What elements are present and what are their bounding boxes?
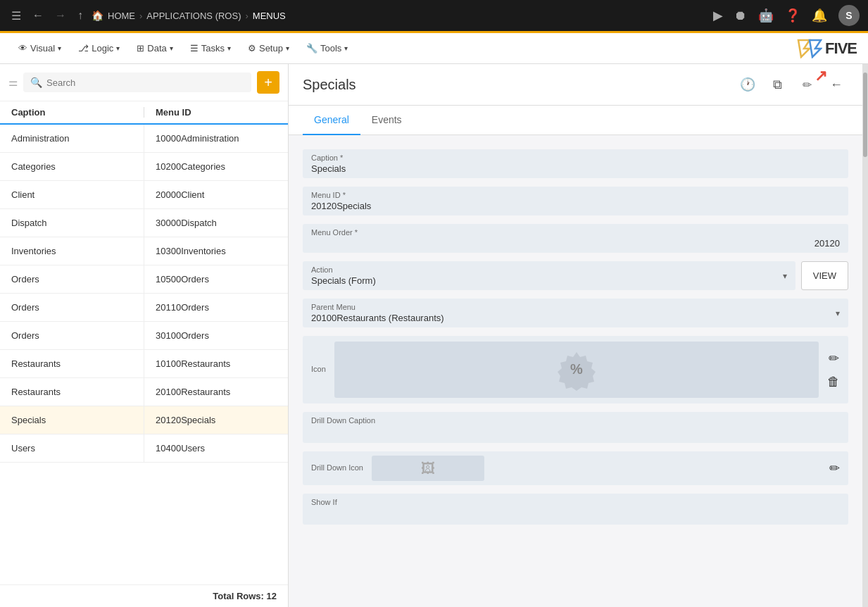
row-caption: Users [0,434,144,462]
back-button[interactable]: ← [824,73,848,96]
edit-button[interactable]: ✏ [795,73,819,96]
row-caption: Specials [0,406,144,434]
row-menuid: 10400Users [144,434,288,462]
bell-icon[interactable]: 🔔 [812,8,827,23]
search-input[interactable] [46,77,244,88]
caption-label: Caption * [311,154,840,162]
nav-tasks[interactable]: ☰ Tasks ▾ [183,39,238,58]
svg-marker-1 [810,40,821,57]
row-menuid: 20000Client [144,181,288,208]
icon-edit-button[interactable]: ✏ [827,351,840,366]
tasks-chevron: ▾ [227,44,231,52]
parent-menu-value: 20100Restaurants (Restaurants) [311,313,830,323]
show-if-label: Show If [311,498,840,506]
row-menuid: 30100Orders [144,322,288,349]
parent-menu-field[interactable]: Parent Menu 20100Restaurants (Restaurant… [303,299,848,327]
row-menuid: 30000Dispatch [144,209,288,237]
bot-icon[interactable]: 🤖 [758,8,774,23]
icon-delete-button[interactable]: 🗑 [827,375,840,389]
table-header: Caption Menu ID [0,101,288,125]
copy-button[interactable]: ⧉ [765,73,789,96]
nav-tasks-label: Tasks [201,43,225,54]
nav-setup-label: Setup [259,43,283,54]
pencil-icon: ✏ [803,78,812,92]
history-button[interactable]: 🕐 [736,73,760,96]
back-icon[interactable]: ← [30,6,46,25]
table-row[interactable]: Orders 10500Orders [0,265,288,294]
add-button[interactable]: + [257,71,279,94]
forward-icon[interactable]: → [52,6,69,25]
nav-data[interactable]: ⊞ Data ▾ [130,39,180,58]
show-if-field: Show If [303,494,848,525]
table-row[interactable]: Client 20000Client [0,181,288,209]
nav-visual[interactable]: 👁 Visual ▾ [11,39,68,58]
top-nav-right: ▶ ⏺ 🤖 ❓ 🔔 S [713,5,860,26]
record-icon[interactable]: ⏺ [734,8,747,23]
table-row[interactable]: Administration 10000Administration [0,125,288,153]
menu-order-label: Menu Order * [311,228,840,237]
nav-logic[interactable]: ⎇ Logic ▾ [71,39,127,58]
hamburger-icon[interactable]: ☰ [8,6,24,25]
user-avatar[interactable]: S [838,5,860,26]
action-field[interactable]: Action Specials (Form) ▾ [303,261,795,290]
caption-value[interactable]: Specials [311,163,840,174]
tasks-icon: ☰ [190,43,199,54]
row-menuid: 10100Restaurants [144,350,288,377]
content-area: Specials 🕐 ⧉ ✏ ↗ ← [289,64,862,607]
scrollbar-thumb[interactable] [863,73,867,157]
icon-section: Icon % ✏ 🗑 [303,336,848,403]
form-area: Caption * Specials Menu ID * 20120Specia… [289,135,862,607]
tab-general[interactable]: General [303,106,360,135]
search-input-wrap[interactable]: 🔍 [23,73,251,92]
action-dropdown-arrow: ▾ [783,271,787,281]
breadcrumb-home[interactable]: HOME [108,11,135,21]
row-caption: Orders [0,265,144,293]
tools-chevron: ▾ [344,44,348,52]
row-caption: Orders [0,294,144,321]
row-menuid: 10000Administration [144,125,288,152]
drill-down-icon-edit-button[interactable]: ✏ [829,461,840,476]
caption-field: Caption * Specials [303,149,848,178]
table-body: Administration 10000Administration Categ… [0,125,288,584]
table-row[interactable]: Inventories 10300Inventories [0,237,288,265]
show-if-value[interactable] [311,508,840,520]
drill-down-icon-label: Drill Down Icon [311,463,363,472]
row-caption: Inventories [0,237,144,265]
table-row[interactable]: Restaurants 10100Restaurants [0,350,288,378]
breadcrumb-applications[interactable]: APPLICATIONS (ROS) [146,11,241,21]
top-nav: ☰ ← → ↑ 🏠 HOME › APPLICATIONS (ROS) › ME… [0,0,868,31]
breadcrumb-menus[interactable]: MENUS [253,11,286,21]
table-row[interactable]: Users 10400Users [0,434,288,463]
menu-id-value[interactable]: 20120Specials [311,201,840,211]
table-row[interactable]: Categories 10200Categories [0,153,288,181]
arrow-left-icon: ← [830,77,843,92]
drill-down-icon-preview: 🖼 [372,456,484,481]
menu-id-label: Menu ID * [311,191,840,199]
table-row[interactable]: Dispatch 30000Dispatch [0,209,288,237]
drill-down-caption-value[interactable] [311,426,840,439]
menu-order-value[interactable]: 20120 [311,238,840,249]
nav-setup[interactable]: ⚙ Setup ▾ [241,39,296,58]
row-caption: Client [0,181,144,208]
table-row[interactable]: Specials 20120Specials [0,406,288,434]
data-chevron: ▾ [170,44,173,52]
breadcrumb-sep-2: › [245,11,248,21]
tab-events[interactable]: Events [360,106,413,135]
icon-actions: ✏ 🗑 [827,351,840,389]
col-menuid-header: Menu ID [144,107,288,118]
table-row[interactable]: Orders 20110Orders [0,294,288,322]
row-menuid: 20110Orders [144,294,288,321]
table-row[interactable]: Restaurants 20100Restaurants [0,378,288,406]
nav-tools[interactable]: 🔧 Tools ▾ [299,39,355,58]
up-icon[interactable]: ↑ [75,6,86,25]
table-row[interactable]: Orders 30100Orders [0,322,288,350]
row-menuid: 10200Categories [144,153,288,180]
row-caption: Dispatch [0,209,144,237]
help-icon[interactable]: ❓ [785,8,800,23]
row-caption: Restaurants [0,350,144,377]
right-scrollbar[interactable] [862,64,868,607]
play-icon[interactable]: ▶ [713,8,723,23]
row-caption: Administration [0,125,144,152]
view-button[interactable]: VIEW [801,261,848,290]
action-content: Action Specials (Form) [311,265,777,286]
